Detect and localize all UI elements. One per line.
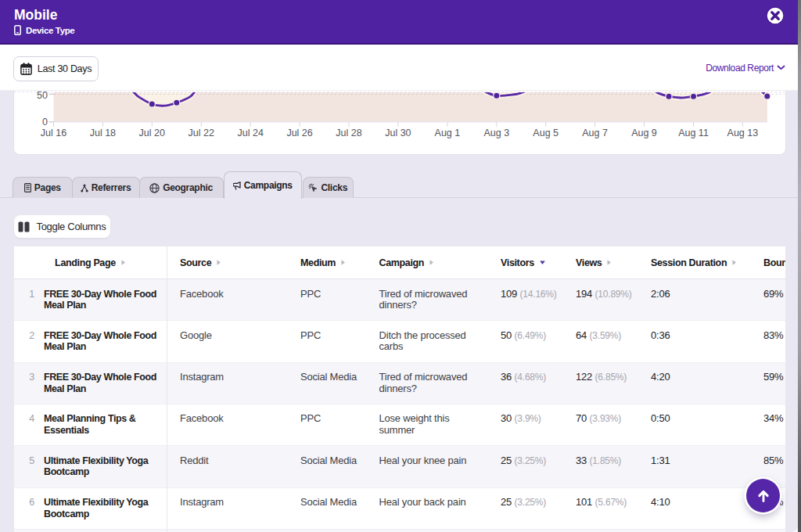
svg-text:Jul 24: Jul 24	[238, 128, 264, 138]
svg-text:Aug 5: Aug 5	[533, 128, 559, 138]
svg-text:Aug 1: Aug 1	[435, 128, 461, 138]
svg-text:Jul 22: Jul 22	[189, 128, 214, 138]
svg-text:Aug 7: Aug 7	[582, 128, 608, 138]
svg-text:50: 50	[37, 91, 48, 101]
svg-text:Aug 9: Aug 9	[631, 128, 657, 138]
svg-text:Aug 3: Aug 3	[483, 128, 509, 138]
svg-text:Jul 16: Jul 16	[41, 128, 66, 138]
svg-text:Jul 26: Jul 26	[286, 128, 312, 138]
svg-text:Jul 18: Jul 18	[90, 128, 116, 138]
svg-text:Jul 30: Jul 30	[385, 128, 411, 138]
svg-text:Aug 13: Aug 13	[727, 128, 759, 138]
svg-text:0: 0	[42, 117, 48, 128]
svg-text:Jul 28: Jul 28	[336, 128, 361, 138]
svg-text:Aug 11: Aug 11	[678, 128, 709, 138]
svg-text:Jul 20: Jul 20	[139, 128, 165, 138]
